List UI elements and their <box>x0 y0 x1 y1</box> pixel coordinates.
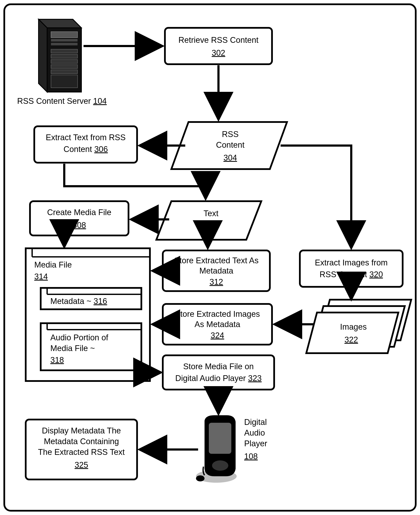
svg-text:Player: Player <box>244 439 267 448</box>
node-310: Text 310 <box>156 201 261 240</box>
svg-rect-13 <box>300 250 403 287</box>
node-312-l1: Store Extracted Text As <box>174 256 259 265</box>
node-320-l2: RSS Content 320 <box>320 270 383 279</box>
svg-text:108: 108 <box>244 452 258 461</box>
node-323: Store Media File on Digital Audio Player… <box>163 355 274 390</box>
node-316: Metadata ~ 316 <box>41 288 141 309</box>
node-304: RSS Content 304 <box>171 122 287 169</box>
svg-rect-0 <box>51 32 77 38</box>
svg-rect-6 <box>51 65 77 68</box>
svg-rect-9 <box>165 28 272 64</box>
svg-rect-1 <box>51 39 77 42</box>
player-icon <box>196 415 237 483</box>
node-318-l2: Media File ~ <box>50 344 95 353</box>
svg-rect-24 <box>163 355 274 390</box>
node-314-ref: 314 <box>34 272 48 281</box>
node-320-l1: Extract Images from <box>315 258 388 267</box>
svg-rect-7 <box>51 70 77 74</box>
svg-text:Audio: Audio <box>244 428 265 437</box>
svg-rect-10 <box>34 126 137 163</box>
server-label: RSS Content Server 104 <box>17 96 107 105</box>
svg-rect-2 <box>51 43 77 45</box>
node-312: Store Extracted Text As Metadata 312 <box>163 250 270 291</box>
node-318-ref: 318 <box>50 355 64 365</box>
server-icon <box>38 19 81 92</box>
node-316-l1: Metadata ~ 316 <box>50 297 107 306</box>
svg-rect-5 <box>51 59 77 63</box>
node-325-ref: 325 <box>75 460 88 469</box>
svg-rect-3 <box>51 49 77 53</box>
node-306-l2: Content 306 <box>63 145 108 154</box>
node-306: Extract Text from RSS Content 306 <box>34 126 137 163</box>
player-label: Digital Audio Player 108 <box>244 418 267 461</box>
node-304-l1: RSS <box>222 130 239 139</box>
svg-point-28 <box>212 460 228 471</box>
node-302: Retrieve RSS Content 302 <box>165 28 272 64</box>
flowchart-diagram: RSS Content Server 104 Retrieve RSS Cont… <box>0 0 420 515</box>
node-310-ref: 310 <box>202 223 216 232</box>
node-308-ref: 308 <box>72 221 86 230</box>
node-324: Store Extracted Images As Metadata 324 <box>163 304 272 345</box>
svg-text:Digital: Digital <box>244 418 267 427</box>
node-304-ref: 304 <box>223 153 237 162</box>
svg-rect-27 <box>209 423 231 454</box>
node-308-l1: Create Media File <box>47 208 111 217</box>
node-314: Media File 314 Metadata ~ 316 Audio Port… <box>26 248 150 381</box>
node-323-l1: Store Media File on <box>183 362 254 371</box>
node-322-ref: 322 <box>345 335 358 344</box>
node-312-l2: Metadata <box>199 266 233 275</box>
node-322-l1: Images <box>340 322 367 331</box>
node-325-l1: Display Metadata The <box>42 426 121 435</box>
node-318-l1: Audio Portion of <box>50 333 108 342</box>
node-325-l2: Metadata Containing <box>44 437 119 446</box>
node-312-ref: 312 <box>210 277 223 287</box>
svg-point-29 <box>196 475 204 481</box>
node-304-l2: Content <box>216 140 245 149</box>
svg-rect-4 <box>51 54 77 58</box>
node-324-l1: Store Extracted Images <box>175 309 260 318</box>
node-302-ref: 302 <box>212 48 225 57</box>
node-325: Display Metadata The Metadata Containing… <box>26 419 137 479</box>
node-310-l1: Text <box>203 209 218 218</box>
svg-rect-8 <box>51 75 77 88</box>
node-322: Images 322 <box>306 300 411 353</box>
svg-rect-11 <box>30 201 128 235</box>
node-324-l2: As Metadata <box>195 320 240 329</box>
node-324-ref: 324 <box>210 331 224 340</box>
node-325-l3: The Extracted RSS Text <box>38 448 125 456</box>
node-323-l2: Digital Audio Player 323 <box>175 374 262 383</box>
node-306-l1: Extract Text from RSS <box>46 133 126 142</box>
node-318: Audio Portion of Media File ~ 318 <box>41 323 141 370</box>
node-302-label: Retrieve RSS Content <box>178 36 259 44</box>
node-308: Create Media File 308 <box>30 201 128 235</box>
node-314-l1: Media File <box>34 260 72 269</box>
node-320: Extract Images from RSS Content 320 <box>300 250 403 287</box>
